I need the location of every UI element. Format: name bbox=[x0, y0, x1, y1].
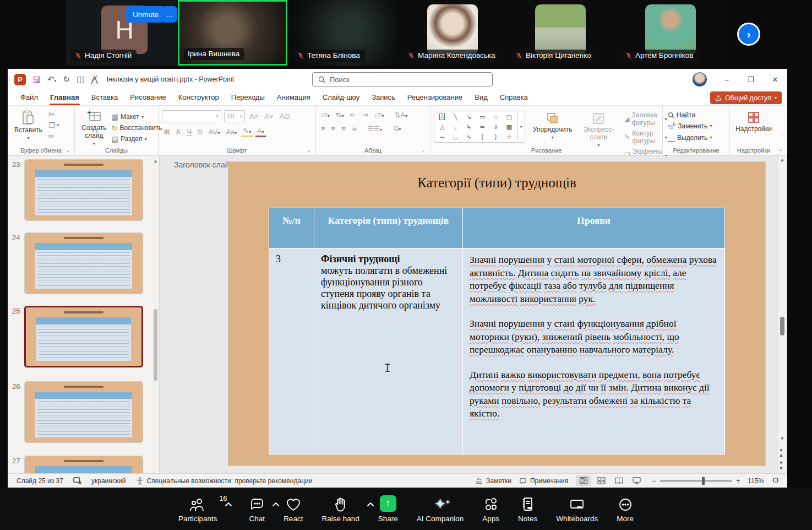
tab-help[interactable]: Справка bbox=[494, 90, 534, 105]
columns-button[interactable]: ☰☰▾ bbox=[366, 124, 384, 133]
video-tile-maryna[interactable]: Марина Колендовська bbox=[399, 0, 506, 66]
start-slideshow-icon[interactable]: ◫ bbox=[77, 74, 84, 84]
find-button[interactable]: Найти bbox=[666, 111, 726, 120]
scrollbar-thumb[interactable] bbox=[780, 317, 784, 336]
save-icon[interactable]: 🖫 bbox=[32, 75, 41, 84]
convert-smartart-button[interactable]: ⧉▾ bbox=[392, 123, 402, 133]
video-tile-iryna-active-speaker[interactable]: Ірина Вишнева bbox=[178, 0, 287, 66]
cell-category[interactable]: Фізичні труднощі можуть полягати в обмеж… bbox=[314, 248, 463, 455]
reset-button[interactable]: ↻Восстановить bbox=[110, 123, 164, 133]
align-left-button[interactable]: ≡ bbox=[319, 124, 327, 133]
bullets-button[interactable]: ⁝≡▾ bbox=[319, 110, 331, 120]
chevron-up-icon[interactable] bbox=[225, 499, 232, 509]
rectangle-shape-icon[interactable]: ▭ bbox=[479, 113, 485, 121]
collapse-ribbon-button[interactable]: ⌄ bbox=[778, 146, 783, 152]
decrease-indent-button[interactable]: ⇤ bbox=[348, 110, 358, 120]
font-size-select[interactable]: 18▾ bbox=[224, 110, 245, 122]
account-avatar[interactable] bbox=[693, 72, 707, 86]
line-shape-icon[interactable]: ╲ bbox=[454, 113, 457, 121]
down-arrow-shape-icon[interactable]: ⇓ bbox=[493, 123, 498, 131]
close-button[interactable]: ✕ bbox=[763, 69, 787, 90]
right-brace-shape-icon[interactable]: } bbox=[495, 133, 497, 140]
rounded-rectangle-shape-icon[interactable]: ▢ bbox=[506, 113, 512, 121]
slideshow-view-button[interactable] bbox=[629, 475, 644, 486]
dialog-launcher-icon[interactable]: ⌞ bbox=[308, 148, 313, 153]
previous-slide-button[interactable]: ▲▲ bbox=[779, 447, 784, 458]
comments-toggle[interactable]: Примечания bbox=[519, 477, 568, 485]
align-center-button[interactable]: ≡ bbox=[330, 124, 337, 133]
tab-record[interactable]: Запись bbox=[366, 90, 401, 105]
vertical-scrollbar[interactable]: ▲ ▼ ▲▲ ▼▼ bbox=[778, 156, 786, 473]
chevron-up-icon[interactable] bbox=[273, 499, 279, 509]
tab-home[interactable]: Главная bbox=[44, 90, 85, 105]
slide-thumbnail-24[interactable] bbox=[24, 232, 143, 294]
shape-outline-button[interactable]: ✎Контур фигуры▾ bbox=[623, 129, 668, 145]
elbow-connector-icon[interactable]: ⌞ bbox=[454, 123, 457, 131]
raise-hand-button[interactable]: Raise hand bbox=[321, 495, 359, 523]
strikethrough-button[interactable]: S bbox=[196, 127, 204, 137]
shapes-gallery-more-button[interactable]: ▾ bbox=[517, 111, 525, 143]
cell-manifestations[interactable]: Значні порушення у стані моторної сфери,… bbox=[463, 248, 725, 455]
text-direction-button[interactable]: ⇅A▾ bbox=[393, 110, 410, 120]
star-shape-icon[interactable]: ☆ bbox=[506, 133, 512, 140]
dialog-launcher-icon[interactable]: ⌞ bbox=[655, 148, 660, 153]
arrow-shape-icon[interactable]: ↘ bbox=[466, 113, 471, 121]
underline-button[interactable]: Ч bbox=[185, 127, 193, 137]
ai-companion-button[interactable]: ✦✦ AI Companion bbox=[417, 495, 464, 523]
addins-button[interactable]: Надстройки bbox=[733, 110, 774, 134]
whiteboards-button[interactable]: Whiteboards bbox=[556, 495, 598, 523]
font-name-select[interactable]: ▾ bbox=[162, 110, 221, 122]
callout-shape-icon[interactable]: ▩ bbox=[506, 123, 512, 131]
zoom-level[interactable]: 115% bbox=[748, 477, 764, 485]
participant-more-button[interactable]: ... bbox=[161, 6, 177, 23]
video-tile-tetiana[interactable]: Тетяна Блінова bbox=[288, 0, 398, 66]
normal-view-button[interactable] bbox=[576, 475, 591, 486]
curve-shape-icon[interactable]: ∿ bbox=[466, 133, 471, 140]
align-right-button[interactable]: ≡ bbox=[340, 124, 347, 133]
layout-button[interactable]: ▦Макет▾ bbox=[110, 112, 164, 122]
increase-font-button[interactable]: A˄ bbox=[248, 112, 260, 121]
slide-sorter-view-button[interactable] bbox=[593, 475, 609, 486]
slide-thumbnail-27[interactable] bbox=[24, 456, 143, 473]
tab-file[interactable]: Файл bbox=[14, 90, 44, 105]
unmute-button[interactable]: Unmute bbox=[126, 6, 165, 23]
share-access-button[interactable]: Общий доступ ▾ bbox=[710, 91, 782, 104]
replace-button[interactable]: ⇆bЗаменить▾ bbox=[666, 121, 726, 131]
minimize-button[interactable]: – bbox=[715, 69, 739, 90]
restore-button[interactable]: ❐ bbox=[739, 69, 763, 90]
numbering-button[interactable]: ↹▾ bbox=[334, 110, 346, 120]
undo-icon[interactable]: ↶▾ bbox=[47, 74, 57, 84]
increase-indent-button[interactable]: ⇥ bbox=[361, 110, 370, 120]
select-button[interactable]: ⎽Выделить▾ bbox=[666, 133, 726, 143]
slide-title[interactable]: Категорії (типи) труднощів bbox=[228, 175, 765, 191]
arc-shape-icon[interactable]: ◡ bbox=[453, 133, 459, 140]
text-highlight-button[interactable]: ✎▾ bbox=[241, 126, 253, 137]
reading-view-button[interactable] bbox=[611, 475, 626, 486]
powerpoint-logo-icon[interactable]: P bbox=[14, 74, 26, 85]
customize-qat-icon[interactable]: ⋀̸ bbox=[91, 74, 97, 84]
slide-thumbnail-26[interactable] bbox=[24, 381, 143, 443]
tab-transitions[interactable]: Переходы bbox=[225, 90, 271, 105]
new-slide-button[interactable]: Создать слайд ▾ bbox=[78, 109, 110, 147]
decrease-font-button[interactable]: A˅ bbox=[263, 112, 275, 121]
slide-canvas[interactable]: Категорії (типи) труднощів №/п Категорія… bbox=[228, 162, 765, 466]
panel-scroll-up-icon[interactable]: ▲ bbox=[153, 158, 158, 164]
cut-button[interactable]: ✄ bbox=[47, 110, 61, 119]
dialog-launcher-icon[interactable]: ⌞ bbox=[67, 148, 72, 153]
chevron-up-icon[interactable] bbox=[367, 499, 374, 509]
zoom-out-button[interactable]: − bbox=[652, 477, 656, 485]
language-status[interactable]: украинский bbox=[91, 477, 126, 485]
font-color-button[interactable]: А▾ bbox=[255, 126, 266, 137]
display-settings-icon[interactable] bbox=[73, 477, 81, 484]
shape-fill-button[interactable]: ◢Заливка фигуры▾ bbox=[623, 111, 668, 127]
zoom-thumb[interactable] bbox=[702, 477, 705, 485]
react-button[interactable]: React bbox=[284, 495, 303, 523]
tab-insert[interactable]: Вставка bbox=[85, 90, 124, 105]
text-box-shape-icon[interactable]: A bbox=[439, 113, 445, 120]
oval-shape-icon[interactable]: ○ bbox=[494, 113, 498, 120]
tab-slideshow[interactable]: Слайд-шоу bbox=[317, 90, 366, 105]
zoom-track[interactable] bbox=[660, 480, 732, 482]
change-case-button[interactable]: Aa▾ bbox=[224, 127, 238, 137]
shapes-gallery[interactable]: A ╲ ↘ ▭ ○ ▢ △ ⌞ ↳ ⇒ ⇓ ▩ ⥊ bbox=[434, 111, 517, 143]
search-input[interactable]: Поиск bbox=[312, 72, 493, 86]
